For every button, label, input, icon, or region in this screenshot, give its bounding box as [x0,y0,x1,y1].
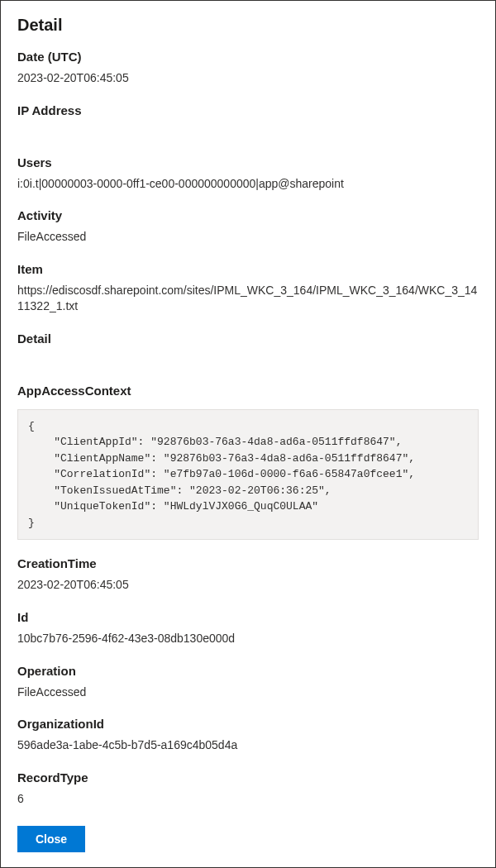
close-button[interactable]: Close [17,826,85,852]
field-detail: Detail [17,331,479,367]
field-organization-id: OrganizationId 596ade3a-1abe-4c5b-b7d5-a… [17,717,479,754]
field-users-label: Users [17,155,479,169]
field-date-label: Date (UTC) [17,50,479,64]
panel-title: Detail [17,16,479,35]
field-detail-label: Detail [17,331,479,346]
field-item-value: https://ediscosdf.sharepoint.com/sites/I… [17,283,479,315]
field-users: Users i:0i.t|00000003-0000-0ff1-ce00-000… [17,155,479,193]
field-organization-id-label: OrganizationId [17,717,479,731]
field-record-type: RecordType 6 [17,770,479,808]
field-users-value: i:0i.t|00000003-0000-0ff1-ce00-000000000… [17,176,479,193]
field-ip-address-value [17,124,479,139]
field-activity-value: FileAccessed [17,229,479,246]
field-id: Id 10bc7b76-2596-4f62-43e3-08db130e000d [17,610,479,647]
field-app-access-context-label: AppAccessContext [17,384,479,398]
field-detail-value [17,352,479,367]
field-date: Date (UTC) 2023-02-20T06:45:05 [17,50,479,87]
field-creation-time-label: CreationTime [17,556,479,570]
field-operation: Operation FileAccessed [17,664,479,701]
field-activity: Activity FileAccessed [17,208,479,246]
field-item: Item https://ediscosdf.sharepoint.com/si… [17,262,479,315]
field-item-label: Item [17,262,479,276]
field-date-value: 2023-02-20T06:45:05 [17,70,479,87]
field-activity-label: Activity [17,208,479,222]
field-ip-address: IP Address [17,103,479,139]
panel-footer: Close [17,816,479,852]
panel-content: Detail Date (UTC) 2023-02-20T06:45:05 IP… [17,16,479,816]
detail-panel: Detail Date (UTC) 2023-02-20T06:45:05 IP… [0,0,496,868]
app-access-context-code: { "ClientAppId": "92876b03-76a3-4da8-ad6… [17,409,479,541]
field-operation-label: Operation [17,664,479,678]
field-record-type-label: RecordType [17,770,479,785]
field-record-type-value: 6 [17,791,479,808]
field-creation-time-value: 2023-02-20T06:45:05 [17,577,479,594]
field-ip-address-label: IP Address [17,103,479,117]
field-operation-value: FileAccessed [17,684,479,701]
field-id-label: Id [17,610,479,624]
field-creation-time: CreationTime 2023-02-20T06:45:05 [17,556,479,594]
field-organization-id-value: 596ade3a-1abe-4c5b-b7d5-a169c4b05d4a [17,737,479,754]
field-id-value: 10bc7b76-2596-4f62-43e3-08db130e000d [17,631,479,647]
field-app-access-context: AppAccessContext { "ClientAppId": "92876… [17,384,479,541]
